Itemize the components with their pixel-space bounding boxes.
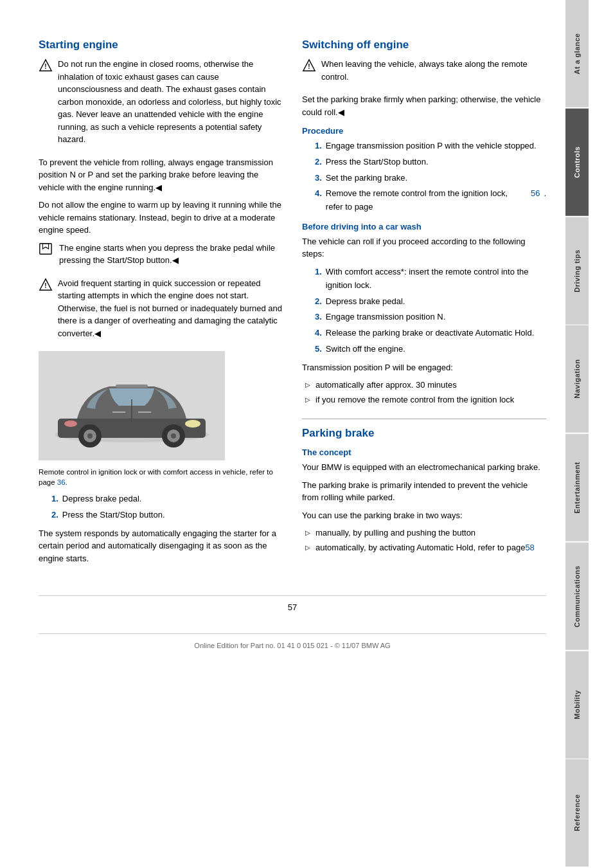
- carwash-step-2: 2. Depress brake pedal.: [315, 295, 546, 309]
- switching-step-4: 4. Remove the remote control from the ig…: [315, 187, 546, 214]
- parking-brake-bullet-2: automatically, by activating Automatic H…: [305, 541, 546, 554]
- carwash-step-4: 4. Release the parking brake or deactiva…: [315, 327, 546, 340]
- svg-point-9: [87, 433, 93, 439]
- procedure-title: Procedure: [302, 126, 546, 136]
- switching-off-warning: ! When leaving the vehicle, always take …: [302, 58, 546, 88]
- parking-brake-title: Parking brake: [302, 427, 546, 440]
- svg-text:!: !: [44, 282, 46, 289]
- concept-para2: The parking brake is primarily intended …: [302, 479, 546, 504]
- car-wash-bullet-2: if you remove the remote control from th…: [305, 393, 546, 406]
- sidebar-tab-communications[interactable]: Communications: [565, 543, 589, 650]
- svg-point-16: [185, 420, 200, 428]
- car-wash-steps: 1. With comfort access*: insert the remo…: [315, 266, 546, 356]
- switching-step-2: 2. Press the Start/Stop button.: [315, 156, 546, 169]
- starting-engine-warning2-text: Avoid frequent starting in quick success…: [58, 277, 283, 340]
- warning-icon-3: !: [302, 59, 316, 73]
- sidebar-tab-mobility[interactable]: Mobility: [565, 651, 589, 759]
- footer-text: Online Edition for Part no. 01 41 0 015 …: [39, 633, 546, 651]
- car-wash-para1: Transmission position P will be engaged:: [302, 361, 546, 374]
- sidebar-tab-at-a-glance[interactable]: At a glance: [565, 0, 589, 107]
- svg-rect-18: [116, 384, 148, 388]
- switching-step-1: 1. Engage transmission position P with t…: [315, 140, 546, 153]
- parking-brake-section: Parking brake The concept Your BMW is eq…: [302, 427, 546, 554]
- carwash-step-3: 3. Engage transmission position N.: [315, 311, 546, 324]
- sidebar-tab-controls[interactable]: Controls: [565, 109, 589, 216]
- svg-rect-1: [40, 243, 51, 254]
- svg-text:!: !: [44, 63, 46, 70]
- switching-off-steps: 1. Engage transmission position P with t…: [315, 140, 546, 214]
- starting-engine-para1: To prevent the vehicle from rolling, alw…: [39, 156, 283, 194]
- link-page36[interactable]: 36: [57, 478, 66, 486]
- right-column: Switching off engine ! When leaving the …: [302, 39, 546, 570]
- parking-brake-bullet-1: manually, by pulling and pushing the but…: [305, 527, 546, 539]
- carwash-step-5: 5. Switch off the engine.: [315, 343, 546, 356]
- link-page58[interactable]: 58: [525, 541, 534, 554]
- car-wash-intro: The vehicle can roll if you proceed acco…: [302, 235, 546, 260]
- switching-off-para1: Set the parking brake firmly when parkin…: [302, 93, 546, 118]
- starting-engine-warning2: ! Avoid frequent starting in quick succe…: [39, 277, 283, 345]
- starting-engine-title: Starting engine: [39, 39, 283, 51]
- car-wash-bullets: automatically after approx. 30 minutes i…: [305, 379, 546, 406]
- image-caption: Remote control in ignition lock or with …: [39, 467, 283, 487]
- parking-brake-bullets: manually, by pulling and pushing the but…: [305, 527, 546, 554]
- starting-engine-para2: Do not allow the engine to warm up by le…: [39, 199, 283, 237]
- svg-marker-2: [42, 243, 48, 248]
- link-page56[interactable]: 56: [531, 187, 540, 214]
- note-icon-1: [39, 242, 54, 257]
- svg-point-17: [64, 420, 77, 427]
- step-2: 2. Press the Start/Stop button.: [51, 509, 283, 522]
- switching-off-warning-text: When leaving the vehicle, always take al…: [321, 58, 546, 83]
- starting-engine-warning1: ! Do not run the engine in closed rooms,…: [39, 58, 283, 151]
- car-wash-title: Before driving into a car wash: [302, 222, 546, 231]
- starting-engine-para3: The system responds by automatically eng…: [39, 527, 283, 565]
- car-wash-bullet-1: automatically after approx. 30 minutes: [305, 379, 546, 392]
- starting-engine-note: The engine starts when you depress the b…: [39, 242, 283, 272]
- sidebar-tab-navigation[interactable]: Navigation: [565, 325, 589, 433]
- sidebar-tab-reference[interactable]: Reference: [565, 759, 589, 867]
- concept-para3: You can use the parking brake in two way…: [302, 509, 546, 522]
- starting-engine-warning1-text: Do not run the engine in closed rooms, o…: [58, 58, 283, 146]
- warning-icon-1: !: [39, 59, 53, 73]
- svg-text:!: !: [308, 63, 310, 70]
- sidebar: At a glance Controls Driving tips Naviga…: [565, 0, 589, 868]
- starting-engine-section: Starting engine ! Do not run the engine …: [39, 39, 283, 570]
- car-image: [39, 351, 225, 460]
- starting-engine-note-text: The engine starts when you depress the b…: [59, 242, 283, 267]
- concept-para1: Your BMW is equipped with an electromech…: [302, 461, 546, 474]
- switching-off-title: Switching off engine: [302, 39, 546, 51]
- concept-title: The concept: [302, 448, 546, 457]
- warning-icon-2: !: [39, 278, 53, 292]
- sidebar-tab-driving-tips[interactable]: Driving tips: [565, 217, 589, 325]
- starting-engine-steps: 1. Depress brake pedal. 2. Press the Sta…: [51, 493, 283, 522]
- switching-off-section: Switching off engine ! When leaving the …: [302, 39, 546, 406]
- step-1: 1. Depress brake pedal.: [51, 493, 283, 506]
- switching-step-3: 3. Set the parking brake.: [315, 172, 546, 185]
- sidebar-tab-entertainment[interactable]: Entertainment: [565, 434, 589, 541]
- section-divider: [302, 419, 546, 419]
- page-number: 57: [39, 601, 546, 614]
- svg-point-12: [171, 433, 176, 439]
- carwash-step-1: 1. With comfort access*: insert the remo…: [315, 266, 546, 293]
